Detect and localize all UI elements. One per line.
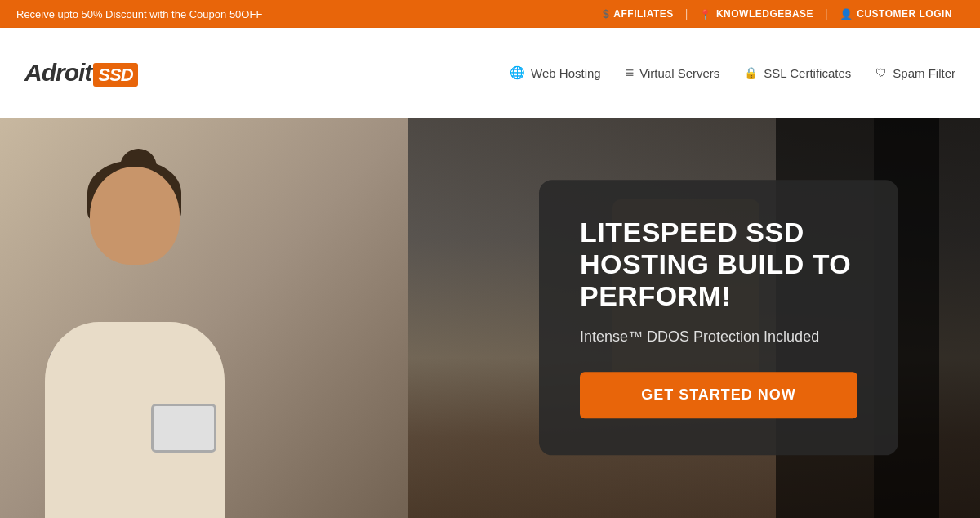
hero-headline: LITESPEED SSD HOSTING BUILD TO PERFORM!: [580, 217, 858, 312]
hero-person: [0, 118, 457, 518]
get-started-button[interactable]: GET STARTED NOW: [580, 373, 858, 419]
knowledgebase-link[interactable]: KNOWLEDGEBASE: [688, 7, 825, 21]
head: [90, 167, 180, 265]
hero-subtext: Intense™ DDOS Protection Included: [580, 329, 858, 346]
hero-section: LITESPEED SSD HOSTING BUILD TO PERFORM! …: [0, 118, 980, 518]
lock-icon: [744, 65, 758, 80]
nav-item-web-hosting[interactable]: Web Hosting: [510, 65, 601, 80]
logo[interactable]: AdroitSSD: [24, 59, 138, 87]
dollar-icon: [603, 7, 609, 21]
affiliates-link[interactable]: AFFILIATES: [591, 7, 685, 21]
header: AdroitSSD Web Hosting Virtual Servers SS…: [0, 28, 980, 118]
customer-login-link[interactable]: CUSTOMER LOGIN: [828, 7, 964, 21]
nav-item-spam-filter[interactable]: Spam Filter: [875, 65, 956, 80]
hero-card: LITESPEED SSD HOSTING BUILD TO PERFORM! …: [539, 180, 898, 455]
server-icon: [626, 65, 635, 82]
logo-text: AdroitSSD: [24, 59, 138, 87]
top-bar-links: AFFILIATES | KNOWLEDGEBASE | CUSTOMER LO…: [591, 7, 964, 21]
promo-text: Receive upto 50% Discount with the Coupo…: [16, 8, 262, 20]
pin-icon: [699, 7, 712, 21]
user-icon: [840, 7, 853, 21]
shield-icon: [875, 65, 887, 80]
tablet: [151, 404, 216, 453]
globe-icon: [510, 65, 525, 80]
main-nav: Web Hosting Virtual Servers SSL Certific…: [510, 65, 956, 82]
nav-item-virtual-servers[interactable]: Virtual Servers: [626, 65, 720, 82]
top-bar: Receive upto 50% Discount with the Coupo…: [0, 0, 980, 28]
nav-item-ssl[interactable]: SSL Certificates: [744, 65, 851, 80]
